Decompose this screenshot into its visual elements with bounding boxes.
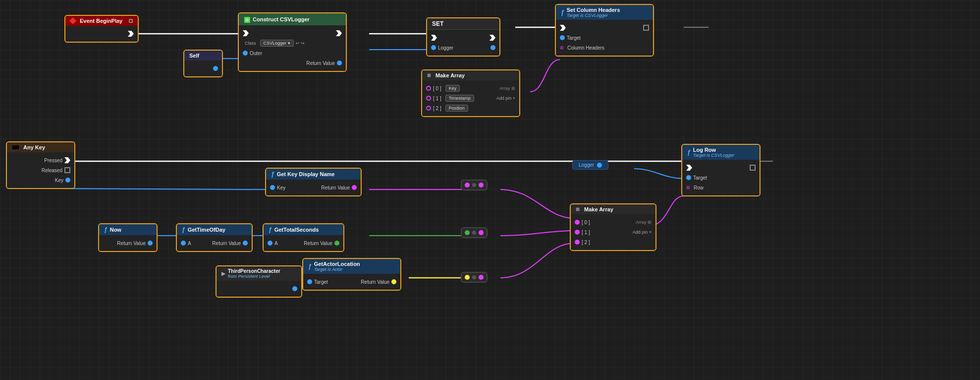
left-pin[interactable]: [465, 230, 470, 235]
center-pin: [472, 275, 476, 279]
right-pin[interactable]: [479, 230, 484, 235]
array-input-1[interactable]: [426, 96, 431, 101]
array-label-1: [ 1 ]: [433, 96, 441, 101]
return-label: Return Value: [117, 241, 146, 246]
class-icons: ↩ ↪: [296, 41, 305, 46]
third-person-character-node[interactable]: ▶ ThirdPersonCharacter from Persistent L…: [216, 265, 302, 298]
get-total-seconds-node[interactable]: ƒ GetTotalSeconds A Return Value: [263, 223, 344, 252]
log-row-node[interactable]: ƒ Log Row Target is CSVLogger Target ⊞ R…: [681, 144, 761, 196]
get-time-of-day-node[interactable]: ƒ GetTimeOfDay A Return Value: [176, 223, 253, 252]
make-array-top-node[interactable]: ⊞ Make Array [ 0 ] Key Array ⊞ [ 1 ] Tim…: [421, 69, 520, 117]
target-row: Target Return Value: [303, 277, 400, 287]
key-output-pin[interactable]: [65, 178, 70, 183]
target-pin[interactable]: [686, 175, 691, 180]
class-label: Class: [245, 41, 256, 46]
a-label: A: [188, 241, 191, 246]
right-pin[interactable]: [479, 183, 484, 188]
row-array-icon: ⊞: [686, 185, 690, 190]
node-body: Target ⊞ Row: [682, 160, 760, 195]
make-array-bottom-node[interactable]: ⊞ Make Array [ 0 ] Array ⊞ [ 1 ] Add pin…: [570, 203, 656, 251]
a-input-pin[interactable]: [268, 241, 272, 246]
add-pin-label[interactable]: Add pin +: [496, 96, 515, 101]
left-pin[interactable]: [465, 275, 470, 280]
get-actor-location-node[interactable]: ƒ GetActorLocation Target is Actor Targe…: [302, 258, 401, 291]
logger-badge-node[interactable]: Logger: [572, 160, 608, 170]
node-title: Self: [189, 53, 199, 59]
outer-input-pin[interactable]: [243, 51, 248, 56]
wildcard-node-3[interactable]: [461, 272, 488, 283]
node-title: GetActorLocation: [314, 261, 360, 267]
array-row-2: [ 2 ]: [571, 237, 655, 247]
node-header: ⊞ Make Array: [422, 70, 519, 80]
node-option-icon: [129, 19, 133, 23]
logger-output-pin[interactable]: [490, 45, 495, 50]
node-body: [184, 61, 222, 76]
exec-input-pin[interactable]: [431, 35, 437, 41]
now-node[interactable]: ƒ Now Return Value: [98, 223, 158, 252]
wildcard-node-1[interactable]: [461, 180, 488, 190]
array-row-2: [ 2 ] Position: [422, 103, 519, 113]
exec-input-pin[interactable]: [243, 30, 249, 36]
node-header: Event BeginPlay: [65, 16, 138, 26]
any-key-node[interactable]: ⌨ Any Key Pressed Released Key: [6, 141, 75, 189]
class-value[interactable]: CSVLogger ▾: [260, 40, 294, 47]
array-label-1: [ 1 ]: [582, 230, 590, 235]
logger-output-pin[interactable]: [597, 163, 602, 168]
array-input-2[interactable]: [575, 240, 580, 245]
output-row: [217, 284, 301, 294]
exec-output-pin[interactable]: [490, 35, 495, 41]
self-node[interactable]: Self: [183, 50, 223, 77]
exec-output-pin[interactable]: [643, 25, 649, 31]
self-output-pin[interactable]: [213, 66, 218, 71]
set-column-headers-node[interactable]: ƒ Set Column Headers Target is CSVLogger…: [555, 4, 654, 57]
return-label: Return Value: [361, 279, 389, 285]
event-begin-play-node[interactable]: Event BeginPlay: [64, 15, 139, 43]
blueprint-canvas: Event BeginPlay Self ▣ Construct CSVLogg…: [0, 0, 980, 380]
pressed-pin[interactable]: [64, 157, 70, 163]
exec-output-pin[interactable]: [336, 30, 342, 36]
actor-icon: ▶: [221, 271, 225, 276]
return-label: Return Value: [304, 241, 332, 246]
array-input-0[interactable]: [575, 220, 580, 225]
output-pin[interactable]: [292, 286, 297, 291]
array-grid-icon: ⊞: [427, 73, 431, 78]
left-pin[interactable]: [465, 183, 470, 188]
array-row-0: [ 0 ] Array ⊞: [571, 217, 655, 227]
return-pin[interactable]: [352, 185, 357, 190]
array-input-2[interactable]: [426, 106, 431, 111]
array-input-0[interactable]: [426, 86, 431, 91]
exec-input-pin[interactable]: [686, 165, 692, 171]
target-row: Target: [556, 33, 653, 43]
array-input-1[interactable]: [575, 230, 580, 235]
node-header: ƒ Set Column Headers Target is CSVLogger: [556, 5, 653, 20]
exec-input-pin[interactable]: [560, 25, 566, 31]
logger-input-pin[interactable]: [431, 45, 436, 50]
add-pin-label[interactable]: Add pin +: [633, 230, 652, 235]
function-icon: ƒ: [269, 226, 272, 233]
right-pin[interactable]: [479, 275, 484, 280]
wildcard-node-2[interactable]: [461, 227, 488, 238]
return-label: Return Value: [212, 241, 241, 246]
column-headers-row: ⊞ Column Headers: [556, 43, 653, 53]
return-pin[interactable]: [334, 241, 339, 246]
return-pin[interactable]: [148, 241, 153, 246]
return-pin[interactable]: [391, 279, 396, 284]
node-header: Self: [184, 51, 222, 61]
construct-csvlogger-node[interactable]: ▣ Construct CSVLogger Class CSVLogger ▾ …: [238, 12, 347, 72]
get-key-display-name-node[interactable]: ƒ Get Key Display Name Key Return Value: [265, 168, 362, 196]
node-title: Now: [110, 227, 121, 233]
exec-output-pin[interactable]: [128, 31, 134, 37]
return-pin[interactable]: [337, 61, 342, 65]
key-input-pin[interactable]: [270, 185, 275, 190]
return-pin[interactable]: [243, 241, 248, 246]
self-output-row: [184, 63, 222, 73]
exec-output-pin[interactable]: [750, 165, 756, 171]
outer-row: Outer: [239, 48, 346, 58]
exec-row: [682, 163, 760, 173]
set-node[interactable]: SET Logger: [426, 17, 500, 57]
node-sub-label: Target is CSVLogger: [567, 13, 620, 18]
a-input-pin[interactable]: [181, 241, 186, 246]
released-pin[interactable]: [64, 167, 70, 173]
target-input-pin[interactable]: [307, 279, 312, 284]
target-pin[interactable]: [560, 35, 565, 40]
